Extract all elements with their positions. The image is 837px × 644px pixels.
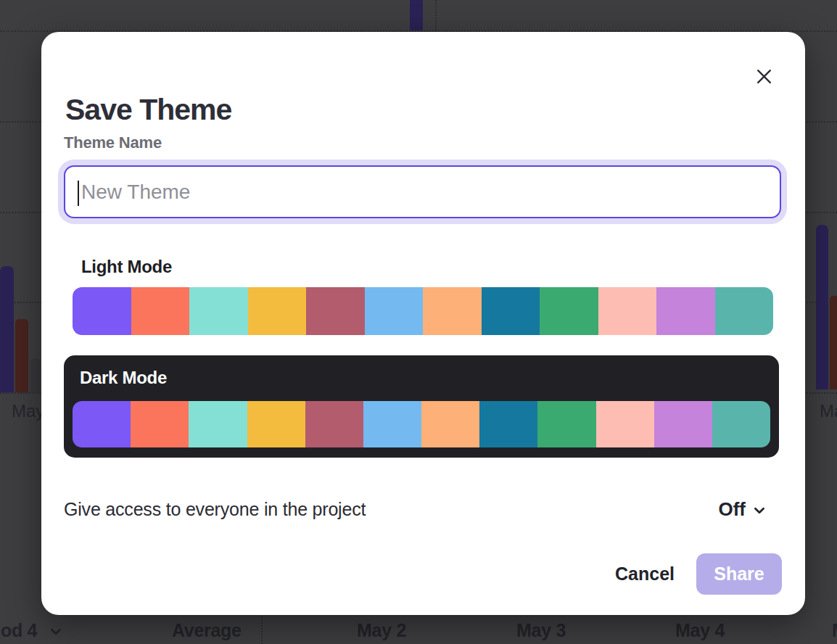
chevron-down-icon xyxy=(49,625,62,641)
axis-label-may3: May 3 xyxy=(516,620,566,641)
palette-swatch xyxy=(654,401,712,447)
chart-bar xyxy=(410,0,423,30)
chart-bar xyxy=(30,358,41,392)
palette-swatch xyxy=(540,287,598,335)
palette-swatch xyxy=(423,287,482,335)
theme-name-label: Theme Name xyxy=(64,133,162,152)
palette-swatch xyxy=(306,287,365,335)
palette-swatch xyxy=(596,401,654,447)
group-label: May xyxy=(12,401,44,421)
chart-bar xyxy=(15,319,28,392)
group-label: Ma xyxy=(820,401,837,421)
chevron-down-icon xyxy=(753,501,766,517)
cancel-button[interactable]: Cancel xyxy=(615,564,675,585)
dark-mode-card: Dark Mode xyxy=(64,355,779,458)
close-icon xyxy=(755,67,773,86)
palette-swatch xyxy=(537,401,595,447)
axis-separator xyxy=(261,613,263,644)
marker-line xyxy=(435,0,437,30)
palette-swatch xyxy=(73,287,131,335)
chart-bar xyxy=(0,266,14,392)
theme-name-field-wrapper xyxy=(64,165,781,218)
axis-label-average: Average xyxy=(172,620,242,641)
palette-swatch xyxy=(482,287,540,335)
close-button[interactable] xyxy=(749,61,779,91)
dialog-actions: Cancel Share xyxy=(615,553,782,595)
palette-swatch xyxy=(247,401,305,447)
palette-swatch xyxy=(598,287,657,335)
axis-label-may2: May 2 xyxy=(357,620,406,641)
axis-label-partial: M xyxy=(832,620,837,641)
axis-label-may4: May 4 xyxy=(675,620,725,641)
chart-bar xyxy=(830,296,837,389)
light-mode-label: Light Mode xyxy=(81,257,172,277)
access-dropdown-value: Off xyxy=(718,498,746,521)
save-theme-dialog: Save Theme Theme Name Light Mode Dark Mo… xyxy=(41,32,805,615)
light-mode-palette xyxy=(73,287,773,335)
palette-swatch xyxy=(712,401,770,447)
palette-swatch xyxy=(479,401,537,447)
palette-swatch xyxy=(189,287,248,335)
dark-mode-label: Dark Mode xyxy=(80,368,167,388)
theme-name-input[interactable] xyxy=(65,167,780,217)
palette-swatch xyxy=(189,401,247,447)
palette-swatch xyxy=(715,287,774,335)
text-caret xyxy=(78,181,79,206)
palette-swatch xyxy=(131,401,189,447)
palette-swatch xyxy=(305,401,363,447)
chart-bar xyxy=(816,225,828,389)
access-label: Give access to everyone in the project xyxy=(64,499,366,520)
palette-swatch xyxy=(131,287,190,335)
dark-mode-palette xyxy=(73,401,770,447)
palette-swatch xyxy=(73,401,131,447)
palette-swatch xyxy=(656,287,715,335)
palette-swatch xyxy=(421,401,479,447)
palette-swatch xyxy=(248,287,307,335)
access-dropdown[interactable]: Off xyxy=(718,498,766,521)
axis-label-period: od 4 xyxy=(1,620,37,641)
dialog-title: Save Theme xyxy=(65,93,231,127)
palette-swatch xyxy=(365,287,424,335)
share-button[interactable]: Share xyxy=(696,553,782,595)
palette-swatch xyxy=(363,401,421,447)
access-row: Give access to everyone in the project O… xyxy=(64,495,766,524)
